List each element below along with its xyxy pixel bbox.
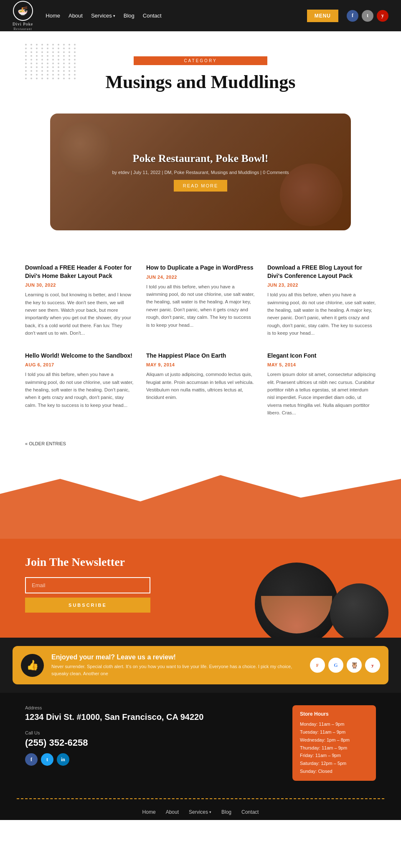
- logo-subtitle: Restaurant: [14, 27, 32, 31]
- bottom-nav-services[interactable]: Services ▾: [189, 809, 211, 815]
- footer-address: 1234 Divi St. #1000, San Francisco, CA 9…: [25, 712, 276, 722]
- bottom-nav-home[interactable]: Home: [142, 809, 156, 815]
- hours-thursday: Thursday: 11am – 9pm: [300, 744, 368, 752]
- chevron-down-icon: ▾: [113, 14, 115, 18]
- facebook-icon[interactable]: f: [347, 10, 358, 22]
- blog-card-6-excerpt: Lorem ipsum dolor sit amet, consectetur …: [267, 371, 376, 416]
- blog-card-5-date: MAY 9, 2014: [146, 362, 255, 367]
- newsletter-form: SUBSCRIBE: [25, 577, 150, 613]
- nav-home[interactable]: Home: [46, 13, 60, 19]
- email-input[interactable]: [25, 577, 150, 593]
- review-subtitle: Never surrender. Special cloth alert. It…: [51, 663, 302, 677]
- older-entries: « OLDER ENTRIES: [0, 439, 401, 455]
- wave-brush: [0, 464, 401, 539]
- dotted-divider: [17, 798, 384, 799]
- nav-about[interactable]: About: [69, 13, 83, 19]
- blog-card-3-excerpt: I told you all this before, when you hav…: [267, 291, 376, 337]
- logo-icon: 🍜: [13, 1, 33, 21]
- thumbs-up-icon: 👍: [21, 654, 44, 677]
- blog-card-1-excerpt: Learning is cool, but knowing is better,…: [25, 291, 134, 337]
- blog-card-5-excerpt: Aliquam ut justo adipiscing, commodo lec…: [146, 371, 255, 401]
- read-more-button[interactable]: READ MORE: [174, 180, 228, 192]
- twitter-icon[interactable]: t: [362, 10, 373, 22]
- blog-row-1: Download a FREE Header & Footer for Divi…: [25, 264, 376, 337]
- footer-divider-wrapper: [0, 793, 401, 804]
- blog-card-4-date: AUG 6, 2017: [25, 362, 134, 367]
- nav-blog[interactable]: Blog: [124, 13, 135, 19]
- blog-card-6: Elegant Icon Font MAY 5, 2014 Lorem ipsu…: [267, 352, 376, 417]
- hours-tuesday: Tuesday: 11am – 9pm: [300, 728, 368, 736]
- blog-card-4: Hello World! Welcome to the Sandbox! AUG…: [25, 352, 134, 417]
- blog-card-5-title[interactable]: The Happiest Place On Earth: [146, 352, 255, 360]
- blog-card-3: Download a FREE Blog Layout for Divi's C…: [267, 264, 376, 337]
- newsletter-section: Join The Newsletter SUBSCRIBE: [0, 539, 401, 638]
- footer-twitter-icon[interactable]: t: [41, 753, 53, 766]
- header-social-icons: f t y: [347, 10, 388, 22]
- newsletter-bowl-small: [330, 583, 388, 638]
- blog-card-6-date: MAY 5, 2014: [267, 362, 376, 367]
- blog-card-2-date: JUN 24, 2022: [146, 275, 255, 280]
- call-label: Call Us: [25, 730, 276, 735]
- featured-post-title: Poke Restaurant, Poke Bowl!: [133, 152, 269, 165]
- featured-post: Poke Restaurant, Poke Bowl! by etdev | J…: [50, 114, 351, 230]
- bottom-nav-contact[interactable]: Contact: [241, 809, 259, 815]
- logo[interactable]: 🍜 Divi Poke Restaurant: [13, 1, 33, 31]
- bottom-nav-about[interactable]: About: [166, 809, 179, 815]
- blog-grid: Download a FREE Header & Footer for Divi…: [0, 255, 401, 439]
- footer-hours: Store Hours Monday: 11am – 9pm Tuesday: …: [292, 705, 376, 781]
- blog-card-5: The Happiest Place On Earth MAY 9, 2014 …: [146, 352, 255, 417]
- footer-facebook-icon[interactable]: f: [25, 753, 38, 766]
- featured-post-meta: by etdev | July 11, 2022 | DM, Poke Rest…: [112, 170, 289, 175]
- newsletter-bowl-decoration: [255, 563, 338, 638]
- hours-monday: Monday: 11am – 9pm: [300, 720, 368, 728]
- footer-social-icons: f t in: [25, 753, 276, 766]
- category-bar: CATEGORY: [134, 56, 267, 65]
- dots-decoration: // Render dots inline document.addEventL…: [25, 44, 77, 79]
- tripadvisor-icon[interactable]: 🦉: [347, 658, 362, 673]
- main-nav: Home About Services ▾ Blog Contact: [46, 13, 307, 19]
- review-card: 👍 Enjoyed your meal? Leave us a review! …: [13, 646, 388, 684]
- hero-section: // Render dots inline document.addEventL…: [0, 31, 401, 114]
- blog-card-1-title[interactable]: Download a FREE Header & Footer for Divi…: [25, 264, 134, 280]
- blog-card-3-date: JUN 23, 2022: [267, 283, 376, 288]
- hours-friday: Friday: 11am – 9pm: [300, 752, 368, 760]
- subscribe-button[interactable]: SUBSCRIBE: [25, 598, 150, 613]
- blog-card-2-excerpt: I told you all this before, when you hav…: [146, 283, 255, 329]
- bowl-inner: [261, 596, 332, 633]
- older-entries-link[interactable]: « OLDER ENTRIES: [25, 441, 66, 446]
- featured-post-overlay: Poke Restaurant, Poke Bowl! by etdev | J…: [50, 114, 351, 230]
- blog-card-3-title[interactable]: Download a FREE Blog Layout for Divi's C…: [267, 264, 376, 280]
- blog-card-2: How to Duplicate a Page in WordPress JUN…: [146, 264, 255, 337]
- blog-card-6-title[interactable]: Elegant Icon Font: [267, 352, 376, 360]
- hours-sunday: Sunday: Closed: [300, 767, 368, 775]
- review-platform-icons: F G 🦉 y: [310, 658, 380, 673]
- blog-card-4-title[interactable]: Hello World! Welcome to the Sandbox!: [25, 352, 134, 360]
- hours-wednesday: Wednesday: 1pm – 8pm: [300, 736, 368, 744]
- bottom-nav-blog[interactable]: Blog: [221, 809, 231, 815]
- yelp-review-icon[interactable]: y: [365, 658, 380, 673]
- menu-button[interactable]: MENU: [307, 10, 338, 22]
- bottom-nav: Home About Services ▾ Blog Contact: [0, 804, 401, 820]
- foursquare-icon[interactable]: F: [310, 658, 325, 673]
- blog-card-1: Download a FREE Header & Footer for Divi…: [25, 264, 134, 337]
- newsletter-title: Join The Newsletter: [25, 555, 376, 569]
- blog-card-1-date: JUN 30, 2022: [25, 283, 134, 288]
- footer-phone: (255) 352-6258: [25, 737, 276, 748]
- nav-contact[interactable]: Contact: [143, 13, 162, 19]
- footer-linkedin-icon[interactable]: in: [57, 753, 69, 766]
- address-label: Address: [25, 705, 276, 710]
- site-header: 🍜 Divi Poke Restaurant Home About Servic…: [0, 0, 401, 31]
- blog-card-2-title[interactable]: How to Duplicate a Page in WordPress: [146, 264, 255, 272]
- review-section: 👍 Enjoyed your meal? Leave us a review! …: [0, 638, 401, 693]
- yelp-icon[interactable]: y: [377, 10, 388, 22]
- wave-section: [0, 464, 401, 539]
- review-text-area: Enjoyed your meal? Leave us a review! Ne…: [51, 654, 302, 677]
- footer-info: Address 1234 Divi St. #1000, San Francis…: [0, 693, 401, 793]
- featured-post-wrapper: Poke Restaurant, Poke Bowl! by etdev | J…: [0, 114, 401, 255]
- nav-services[interactable]: Services ▾: [91, 13, 115, 19]
- google-icon[interactable]: G: [328, 658, 343, 673]
- blog-row-2: Hello World! Welcome to the Sandbox! AUG…: [25, 352, 376, 417]
- blog-card-4-excerpt: I told you all this before, when you hav…: [25, 371, 134, 409]
- review-title: Enjoyed your meal? Leave us a review!: [51, 654, 302, 661]
- hours-saturday: Saturday: 12pm – 5pm: [300, 760, 368, 767]
